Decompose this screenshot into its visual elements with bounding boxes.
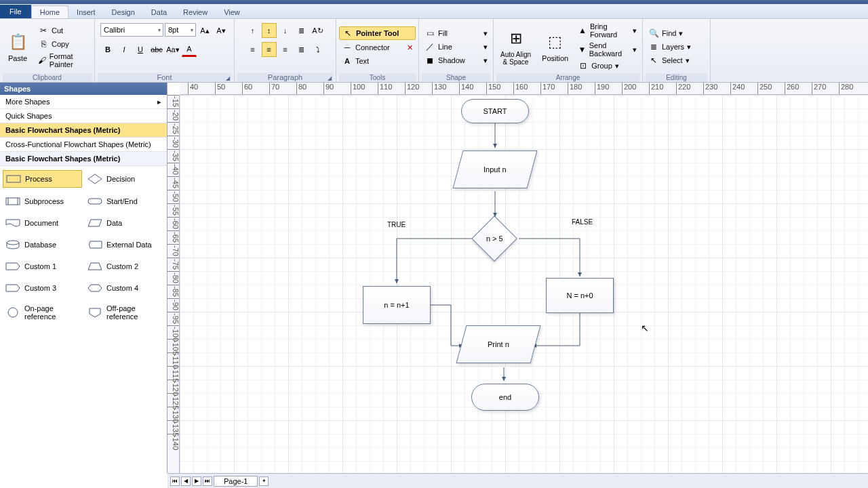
horizontal-ruler: 4050607080901001101201301401501601701801… [180,83,868,95]
align-center-button[interactable]: ≡ [262,42,277,57]
format-painter-button[interactable]: 🖌Format Painter [35,52,92,69]
justify-button[interactable]: ≣ [294,42,309,57]
shape-item-off-page-reference[interactable]: Off-page reference [85,302,164,323]
flow-right-process[interactable]: N = n+0 [546,278,614,313]
align-left-button[interactable]: ≡ [245,42,260,57]
flow-input[interactable]: Input n [452,150,537,188]
shape-item-data[interactable]: Data [85,215,164,231]
shape-item-custom-1[interactable]: Custom 1 [3,258,82,274]
shape-item-custom-4[interactable]: Custom 4 [85,280,164,296]
rotate-text-button[interactable]: ⤵ [311,42,326,57]
flow-print[interactable]: Print n [456,325,540,363]
page-prev-button[interactable]: ◀ [181,476,191,486]
shape-item-document[interactable]: Document [3,215,82,231]
auto-align-button[interactable]: ⊞Auto Align & Space [496,26,535,67]
shrink-font-button[interactable]: A▾ [214,23,229,38]
group-button[interactable]: ⊡Group▾ [575,60,639,72]
font-color-button[interactable]: A [182,42,197,57]
shadow-button[interactable]: ◼Shadow▾ [422,54,490,66]
strike-button[interactable]: abc [149,42,164,57]
shape-item-process[interactable]: Process [3,170,82,188]
align-bottom-button[interactable]: ↓ [278,23,293,38]
find-button[interactable]: 🔍Find▾ [646,27,707,39]
pointer-tool-button[interactable]: ↖Pointer Tool [339,26,416,40]
select-button[interactable]: ↖Select▾ [646,54,707,66]
page-next-button[interactable]: ▶ [192,476,201,486]
font-size-combo[interactable]: 8pt [165,23,196,37]
grow-font-button[interactable]: A▴ [197,23,212,38]
shape-item-label: Decision [106,175,135,183]
basic-flowchart-cat2[interactable]: Basic Flowchart Shapes (Metric) [0,152,167,166]
svg-rect-4 [88,199,102,204]
position-button[interactable]: ⬚Position [538,30,572,64]
text-tool-button[interactable]: AText [339,55,416,67]
flow-end[interactable]: end [471,384,539,411]
flow-start[interactable]: START [461,99,529,123]
tab-file[interactable]: File [0,5,31,18]
layers-button[interactable]: ≣Layers▾ [646,41,707,53]
copy-button[interactable]: ⎘Copy [35,38,92,50]
italic-button[interactable]: I [117,42,132,57]
tab-review[interactable]: Review [175,6,216,18]
shape-item-database[interactable]: Database [3,237,82,253]
tab-insert[interactable]: Insert [68,6,104,18]
more-shapes-button[interactable]: More Shapes [0,95,167,109]
new-page-button[interactable]: ✦ [259,476,269,486]
align-top-button[interactable]: ↑ [245,23,260,38]
select-icon: ↖ [648,55,659,66]
canvas-area[interactable]: 4050607080901001101201301401501601701801… [167,83,868,473]
shape-item-on-page-reference[interactable]: On-page reference [3,302,82,323]
position-icon: ⬚ [545,31,566,53]
bullets-button[interactable]: ≣ [294,23,309,38]
tab-data[interactable]: Data [143,6,175,18]
page-last-button[interactable]: ⏭ [203,476,212,486]
paragraph-dialog-launcher[interactable]: ◢ [328,75,332,81]
font-dialog-launcher[interactable]: ◢ [226,75,230,81]
shape-icon [5,239,20,250]
flow-left-process[interactable]: n = n+1 [363,286,431,324]
flow-decision[interactable]: n > 5 [471,216,517,262]
shape-item-external-data[interactable]: External Data [85,237,164,253]
svg-rect-0 [7,176,20,182]
case-button[interactable]: Aa▾ [165,42,180,57]
paste-button[interactable]: 📋 Paste [3,30,33,64]
line-button[interactable]: ／Line▾ [422,41,490,53]
page-first-button[interactable]: ⏮ [170,476,180,486]
align-right-button[interactable]: ≡ [278,42,293,57]
page-tab-1[interactable]: Page-1 [214,476,258,487]
shapes-panel: Shapes More Shapes Quick Shapes Basic Fl… [0,83,167,473]
forward-icon: ▲ [578,25,587,36]
shape-item-custom-2[interactable]: Custom 2 [85,258,164,274]
shape-item-label: Custom 4 [106,284,138,292]
true-label: TRUE [387,221,406,228]
align-middle-button[interactable]: ↕ [262,23,277,38]
quick-shapes-cat[interactable]: Quick Shapes [0,109,167,123]
font-name-combo[interactable]: Calibri [100,23,163,37]
shape-icon [87,196,102,207]
mouse-cursor: ↖ [641,323,649,333]
paste-label: Paste [8,54,27,62]
shape-item-decision[interactable]: Decision [85,170,164,188]
connector-tool-button[interactable]: ─Connector✕ [339,41,416,54]
close-icon[interactable]: ✕ [407,43,413,52]
shape-icon [5,196,20,207]
tab-design[interactable]: Design [104,6,143,18]
tab-view[interactable]: View [216,6,248,18]
crossfunc-flowchart-cat[interactable]: Cross-Functional Flowchart Shapes (Metri… [0,138,167,152]
bold-button[interactable]: B [100,42,115,57]
shape-item-custom-3[interactable]: Custom 3 [3,280,82,296]
basic-flowchart-cat[interactable]: Basic Flowchart Shapes (Metric) [0,123,167,138]
fill-button[interactable]: ▭Fill▾ [422,27,490,39]
clipboard-group-label: Clipboard [3,73,92,82]
send-backward-button[interactable]: ▼Send Backward▾ [575,41,639,58]
shape-item-start-end[interactable]: Start/End [85,193,164,209]
tab-home[interactable]: Home [31,5,68,18]
text-direction-button[interactable]: A↻ [311,23,326,38]
shape-item-subprocess[interactable]: Subprocess [3,193,82,209]
underline-button[interactable]: U [133,42,148,57]
vertical-ruler: -15-20-25-30-35-40-45-50-55-60-65-70-75-… [167,95,180,473]
drawing-canvas[interactable]: START Input n n > 5 TRUE FALSE n = n+1 N… [180,95,868,473]
bring-forward-button[interactable]: ▲Bring Forward▾ [575,22,639,39]
shape-item-label: Process [25,175,52,183]
cut-button[interactable]: ✂Cut [35,24,92,37]
